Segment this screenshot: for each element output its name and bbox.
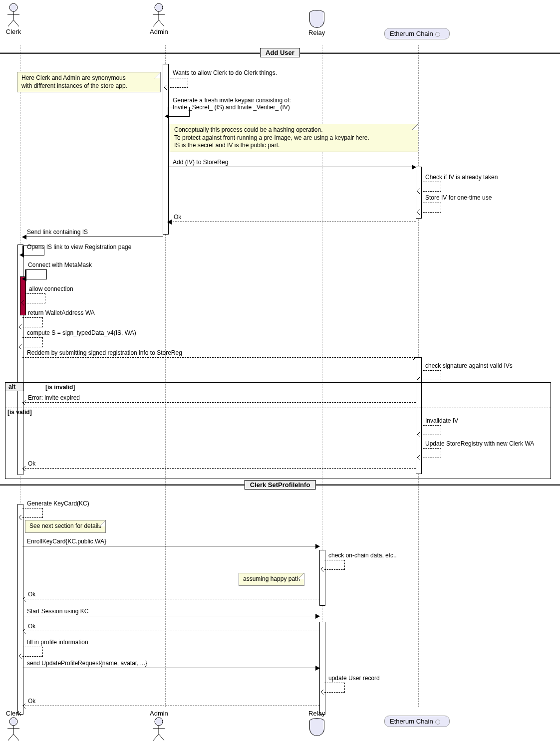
group-add-user: Add User	[0, 52, 560, 54]
svg-point-10	[9, 718, 17, 726]
person-icon	[150, 717, 167, 741]
msg-check-onchain: check on-chain data, etc..	[328, 552, 397, 559]
activation-relay-2	[319, 622, 325, 715]
msg-text: Invite _Secret_ (IS) and Invite _Verifie…	[173, 104, 290, 111]
msg-start-session: Start Session using KC	[27, 608, 88, 615]
msg-send-link: Send link containing IS	[27, 229, 88, 236]
arrow	[22, 237, 163, 237]
database-icon	[309, 10, 324, 28]
msg-connect-mm: Connect with MetaMask	[28, 261, 92, 268]
participant-relay-bottom: Relay	[308, 709, 325, 736]
msg-text: Send link containing IS	[27, 229, 88, 236]
msg-compute-s: compute S = sign_typedData_v4(IS, WA)	[27, 329, 136, 336]
msg-text: Start Session using KC	[27, 608, 88, 615]
arrow-self	[22, 337, 43, 347]
arrow	[22, 616, 319, 616]
msg-text: fill in profile information	[27, 639, 88, 646]
msg-ok-1: Ok	[174, 214, 181, 221]
arrow-self	[22, 508, 43, 518]
note-line: Here Clerk and Admin are synonymous	[21, 74, 126, 81]
actor-label: Admin	[150, 28, 168, 35]
msg-text: Add (IV) to StoreReg	[173, 159, 228, 166]
msg-wants-allow: Wants to allow Clerk to do Clerk things.	[173, 69, 277, 76]
arrow	[22, 402, 416, 403]
msg-text: Ok	[28, 698, 35, 705]
msg-text: return WalletAddress WA	[28, 309, 95, 316]
msg-fill-profile: fill in profile information	[27, 639, 88, 646]
arrow	[168, 222, 416, 222]
msg-text: Check if IV is already taken	[425, 174, 498, 181]
msg-text: send UpdateProfileRequest{name, avatar, …	[27, 660, 147, 667]
note-line: Conceptually this process could be a has…	[174, 126, 323, 133]
note-synonymous: Here Clerk and Admin are synonymous with…	[17, 72, 161, 92]
msg-text: Reddem by submitting signed registration…	[27, 349, 182, 356]
note-next-section: See next section for details	[25, 520, 106, 533]
arrow-self	[421, 425, 441, 435]
arrow-self	[25, 293, 45, 303]
msg-enroll-kc: EnrollKeyCard{KC.public,WA}	[27, 538, 106, 545]
arrow-self	[421, 448, 441, 458]
arrow-self	[25, 269, 47, 279]
msg-text: Ok	[174, 214, 181, 221]
arrow	[22, 468, 416, 469]
note-line: IS is the secret and IV is the public pa…	[174, 142, 280, 149]
note-line: with different instances of the store ap…	[21, 82, 127, 89]
msg-text: Ok	[28, 623, 35, 630]
svg-line-4	[13, 20, 19, 26]
msg-text: Update StoreRegistry with new Clerk WA	[425, 440, 534, 447]
group-title: Add User	[260, 48, 300, 57]
participant-label: Etherum Chain	[390, 718, 433, 725]
actor-clerk-top: Clerk	[5, 3, 22, 35]
msg-text: allow connection	[29, 285, 73, 292]
person-icon	[150, 3, 167, 27]
arrow-self	[22, 647, 43, 657]
note-happy-path: assuming happy path	[239, 573, 304, 586]
svg-line-13	[8, 734, 13, 741]
msg-gen-keypair: Generate a fresh invite keypair consisti…	[173, 97, 291, 111]
entity-icon	[435, 32, 440, 37]
msg-return-wa: return WalletAddress WA	[28, 309, 95, 316]
msg-redeem: Reddem by submitting signed registration…	[27, 349, 182, 356]
msg-ok-4: Ok	[28, 623, 35, 630]
msg-text: Error: invite expired	[28, 394, 80, 401]
svg-line-9	[159, 20, 164, 26]
group-set-profile: Clerk SetProfileInfo	[0, 484, 560, 486]
msg-text: Generate a fresh invite keypair consisti…	[173, 97, 291, 104]
participant-chain-bottom: Etherum Chain	[384, 716, 450, 727]
msg-text: Ok	[28, 591, 35, 598]
actor-admin-bottom: Admin	[150, 709, 168, 741]
arrow	[168, 167, 416, 167]
msg-text: Ok	[28, 460, 35, 467]
msg-text: Invalidate IV	[425, 417, 458, 424]
msg-text: check signature against valid IVs	[425, 362, 513, 369]
arrow-self	[168, 78, 188, 88]
arrow-self	[22, 246, 44, 255]
database-icon	[309, 718, 324, 736]
msg-text: check on-chain data, etc..	[328, 552, 397, 559]
svg-line-18	[153, 734, 159, 741]
svg-line-3	[8, 20, 13, 26]
alt-guard-1: [is invalid]	[45, 384, 75, 391]
msg-text: Store IV for one-time use	[425, 194, 492, 201]
arrow-self	[324, 683, 345, 693]
msg-update-reg: Update StoreRegistry with new Clerk WA	[425, 440, 534, 447]
msg-add-iv: Add (IV) to StoreReg	[173, 159, 228, 166]
person-icon	[5, 717, 22, 741]
msg-allow-conn: allow connection	[29, 285, 73, 292]
msg-text: update User record	[328, 675, 380, 682]
msg-text: Connect with MetaMask	[28, 261, 92, 268]
svg-point-15	[155, 718, 163, 726]
actor-clerk-bottom: Clerk	[5, 709, 22, 741]
svg-line-19	[159, 734, 164, 741]
msg-check-sig: check signature against valid IVs	[425, 362, 513, 369]
actor-label: Clerk	[5, 28, 22, 35]
arrow-self	[168, 107, 190, 117]
note-line: To protect against front-running a pre-i…	[174, 134, 369, 141]
arrow	[22, 706, 319, 706]
participant-chain-top: Etherum Chain	[384, 28, 450, 39]
svg-line-14	[13, 734, 19, 741]
participant-label: Etherum Chain	[390, 30, 433, 37]
entity-icon	[435, 720, 440, 725]
msg-update-user: update User record	[328, 675, 380, 682]
arrow	[22, 668, 319, 668]
